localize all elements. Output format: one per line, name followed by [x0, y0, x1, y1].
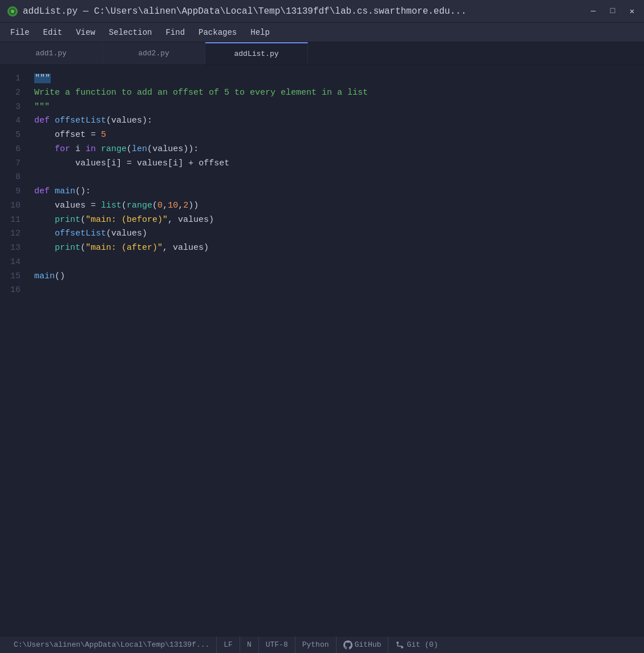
status-path-text: C:\Users\alinen\AppData\Local\Temp\13139…	[14, 640, 209, 649]
status-lf-text: LF	[224, 640, 233, 649]
maximize-button[interactable]: □	[607, 6, 618, 16]
tab-bar: add1.py add2.py addList.py	[0, 42, 644, 65]
code-editor[interactable]: """ Write a function to add an offset of…	[30, 65, 644, 636]
status-github[interactable]: GitHub	[336, 636, 388, 653]
menu-file[interactable]: File	[5, 26, 35, 39]
code-line-3: """	[34, 100, 644, 115]
line-num: 9	[0, 185, 21, 199]
status-language-text: Python	[302, 640, 329, 649]
status-n-text: N	[247, 640, 252, 649]
code-line-15: main()	[34, 270, 644, 284]
window-controls: — □ ✕	[588, 6, 637, 16]
status-path: C:\Users\alinen\AppData\Local\Temp\13139…	[7, 636, 216, 653]
git-icon	[395, 640, 404, 650]
code-line-13: print("main: (after)", values)	[34, 241, 644, 255]
status-bar: C:\Users\alinen\AppData\Local\Temp\13139…	[0, 636, 644, 653]
line-numbers: 1 2 3 4 5 6 7 8 9 10 11 12 13 14 15 16	[0, 65, 30, 636]
svg-point-2	[11, 10, 14, 13]
code-line-7: values[i] = values[i] + offset	[34, 157, 644, 171]
line-num: 16	[0, 283, 21, 298]
code-line-12: offsetList(values)	[34, 227, 644, 241]
status-lf: LF	[216, 636, 240, 653]
status-language: Python	[295, 636, 336, 653]
status-n: N	[240, 636, 258, 653]
menu-bar: File Edit View Selection Find Packages H…	[0, 23, 644, 42]
code-line-2: Write a function to add an offset of 5 t…	[34, 86, 644, 100]
menu-help[interactable]: Help	[245, 26, 276, 39]
line-num: 10	[0, 199, 21, 213]
line-num: 7	[0, 157, 21, 171]
code-line-9: def main():	[34, 185, 644, 199]
app-icon	[7, 6, 18, 17]
menu-selection[interactable]: Selection	[103, 26, 158, 39]
menu-edit[interactable]: Edit	[38, 26, 68, 39]
code-line-10: values = list(range(0,10,2))	[34, 199, 644, 213]
status-encoding: UTF-8	[258, 636, 295, 653]
line-num: 12	[0, 227, 21, 241]
code-line-4: def offsetList(values):	[34, 114, 644, 128]
menu-view[interactable]: View	[70, 26, 101, 39]
status-encoding-text: UTF-8	[266, 640, 288, 649]
line-num: 6	[0, 143, 21, 157]
status-git[interactable]: Git (0)	[388, 636, 445, 653]
code-line-6: for i in range(len(values)):	[34, 143, 644, 157]
code-line-16	[34, 283, 644, 298]
svg-point-3	[396, 642, 399, 644]
code-line-5: offset = 5	[34, 128, 644, 143]
line-num: 11	[0, 213, 21, 228]
code-line-14	[34, 255, 644, 270]
line-num: 8	[0, 171, 21, 185]
editor: 1 2 3 4 5 6 7 8 9 10 11 12 13 14 15 16 "…	[0, 65, 644, 636]
tab-add1[interactable]: add1.py	[0, 42, 103, 64]
title-bar: addList.py — C:\Users\alinen\AppData\Loc…	[0, 0, 644, 23]
code-line-11: print("main: (before)", values)	[34, 213, 644, 228]
minimize-button[interactable]: —	[588, 6, 598, 16]
menu-find[interactable]: Find	[160, 26, 191, 39]
github-icon	[343, 640, 353, 650]
title-left: addList.py — C:\Users\alinen\AppData\Loc…	[7, 6, 467, 17]
line-num: 13	[0, 241, 21, 255]
code-line-8	[34, 171, 644, 185]
line-num: 14	[0, 255, 21, 270]
status-github-text: GitHub	[355, 640, 382, 649]
line-num: 2	[0, 86, 21, 100]
line-num: 15	[0, 270, 21, 284]
tab-addlist[interactable]: addList.py	[205, 42, 308, 64]
menu-packages[interactable]: Packages	[193, 26, 242, 39]
code-line-1: """	[34, 72, 644, 86]
line-num: 4	[0, 114, 21, 128]
tab-add2[interactable]: add2.py	[103, 42, 205, 64]
title-text: addList.py — C:\Users\alinen\AppData\Loc…	[23, 6, 467, 17]
line-num: 5	[0, 128, 21, 143]
close-button[interactable]: ✕	[627, 6, 637, 16]
line-num: 3	[0, 100, 21, 115]
status-git-text: Git (0)	[407, 640, 438, 649]
line-num: 1	[0, 72, 21, 86]
